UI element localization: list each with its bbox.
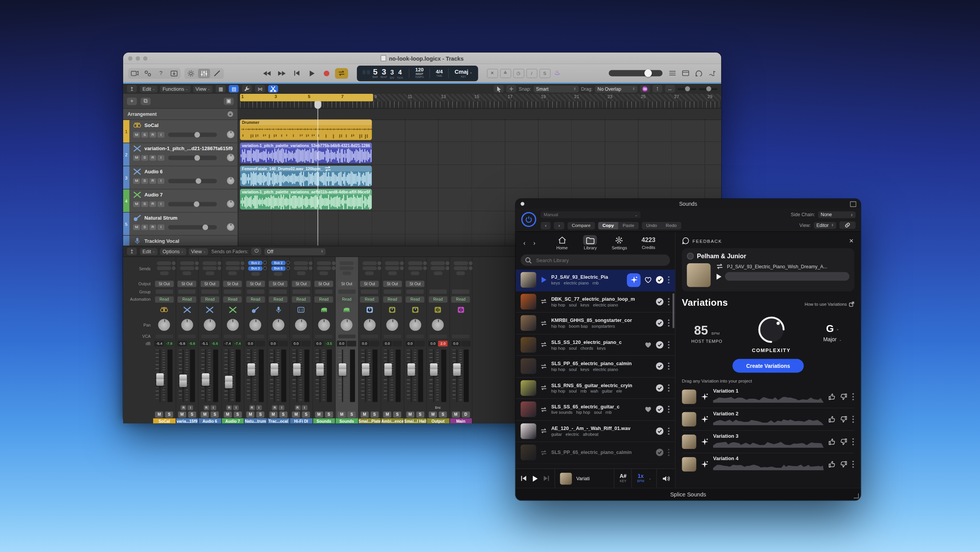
- record-button[interactable]: [320, 68, 333, 79]
- track-m-button[interactable]: M: [133, 178, 140, 184]
- low-latency-icon[interactable]: ≜: [500, 68, 511, 78]
- strip-name[interactable]: Audio 7: [221, 418, 244, 423]
- sound-row-2[interactable]: DBK_SC_77_electric_piano_loop_mhip hopso…: [515, 291, 675, 313]
- mixer-strip-6[interactable]: Bus 2Bus 6St OutRead0.0RIMSTrac...ocal: [267, 257, 290, 423]
- variation-row-3[interactable]: Variation 3: [682, 431, 854, 453]
- strip-s-button[interactable]: S: [188, 411, 196, 417]
- horizontal-zoom-slider[interactable]: [699, 88, 718, 90]
- settings-icon[interactable]: [185, 68, 197, 78]
- crosshair-tool-icon[interactable]: ✛: [506, 85, 516, 92]
- track-i-button[interactable]: I: [157, 178, 164, 184]
- mixer-strip-13[interactable]: Read0.02.0BncMSOutput: [427, 257, 449, 423]
- send-slot[interactable]: [385, 261, 399, 265]
- send-slot[interactable]: [157, 261, 171, 265]
- vca-slot[interactable]: [361, 334, 378, 338]
- track-pan-knob[interactable]: [227, 200, 234, 207]
- arrangement-add-icon[interactable]: +: [228, 111, 233, 117]
- region-2[interactable]: variation-1_pitch_palette_variations_53e…: [240, 142, 372, 163]
- kebab-menu-icon[interactable]: [667, 384, 670, 392]
- send-slot[interactable]: [157, 266, 171, 270]
- complexity-knob[interactable]: [754, 313, 788, 346]
- player-rate[interactable]: 1x BPM: [637, 473, 644, 483]
- strip-s-button[interactable]: S: [393, 411, 401, 417]
- pan-knob[interactable]: [432, 318, 444, 330]
- output-button[interactable]: St Out: [246, 281, 265, 287]
- kebab-menu-icon[interactable]: [667, 427, 670, 435]
- vca-slot[interactable]: [201, 334, 218, 338]
- strip-fader[interactable]: [404, 347, 426, 405]
- plugin-power-button[interactable]: [521, 212, 536, 227]
- undo-button[interactable]: Undo: [642, 222, 661, 229]
- group-slot[interactable]: [384, 289, 401, 293]
- controls-button[interactable]: [142, 68, 154, 78]
- heart-icon[interactable]: [644, 276, 652, 283]
- mixer-toggle-button[interactable]: [198, 68, 210, 78]
- create-variations-button[interactable]: Create Variations: [732, 359, 804, 373]
- track-i-button[interactable]: I: [157, 224, 164, 230]
- vca-slot[interactable]: [155, 334, 173, 338]
- send-slot[interactable]: [362, 266, 377, 270]
- send-slot[interactable]: [294, 261, 308, 265]
- strip-record-button[interactable]: R: [226, 405, 232, 410]
- track-r-button[interactable]: R: [149, 155, 156, 161]
- fader-cap[interactable]: [316, 363, 323, 376]
- strip-input-button[interactable]: I: [233, 405, 239, 410]
- fader-cap[interactable]: [430, 363, 437, 376]
- mixer-strip-5[interactable]: Bus 2Bus 3St OutRead0.0RIMSNatu...trum: [244, 257, 267, 423]
- mixer-strip-14[interactable]: Read0.0MDMain: [450, 257, 473, 423]
- send-knob[interactable]: [263, 266, 267, 270]
- fader-cap[interactable]: [225, 376, 232, 388]
- kebab-menu-icon[interactable]: [667, 319, 670, 327]
- output-button[interactable]: St Out: [177, 281, 196, 287]
- kebab-menu-icon[interactable]: [852, 460, 854, 468]
- thumbs-up-icon[interactable]: [828, 461, 835, 468]
- track-view-icon[interactable]: ▤: [229, 85, 239, 92]
- output-button[interactable]: St Out: [155, 281, 174, 287]
- track-pan-knob[interactable]: [227, 223, 234, 230]
- track-header-5[interactable]: 5Natural StrumMSRI: [123, 213, 237, 236]
- loop-icon[interactable]: [540, 449, 547, 455]
- snap-select[interactable]: Smart⇕: [534, 85, 579, 92]
- mixer-strip-4[interactable]: St OutRead-7.4-7.4RIMSAudio 7: [221, 257, 244, 423]
- strip-s-button[interactable]: S: [257, 411, 265, 417]
- loop-icon[interactable]: [540, 320, 547, 326]
- automation-read-button[interactable]: Read: [292, 296, 311, 302]
- copy-button[interactable]: Copy: [598, 222, 618, 229]
- key-select[interactable]: G⌄: [811, 323, 854, 334]
- strip-name[interactable]: Audio 6: [199, 418, 221, 423]
- lcd-display[interactable]: 5BAR 3BEAT 3DIV 4TICK 120 KEEP TEMPO 4/4…: [357, 65, 478, 81]
- automation-read-button[interactable]: Read: [223, 296, 242, 302]
- mixer-strip-12[interactable]: St OutRead0.0MSSmal...l Hall: [404, 257, 427, 423]
- track-header-4[interactable]: 4Audio 7MSRI: [123, 190, 237, 213]
- strip-m-button[interactable]: M: [292, 411, 300, 417]
- strip-name[interactable]: Smal...l Hall: [404, 418, 426, 423]
- send-slot[interactable]: [180, 266, 194, 270]
- send-slot[interactable]: Bus 2: [248, 261, 263, 265]
- send-slot[interactable]: Bus 6: [271, 266, 286, 271]
- track-stack-button[interactable]: ▣: [224, 97, 234, 105]
- group-slot[interactable]: [155, 289, 173, 293]
- strip-s-button[interactable]: S: [233, 411, 242, 417]
- mixer-strip-2[interactable]: St OutRead-5.8-5.8RIMSvaria...15f9: [176, 257, 199, 423]
- resize-handle[interactable]: [854, 493, 859, 498]
- group-slot[interactable]: [224, 289, 241, 293]
- send-slot[interactable]: [203, 261, 217, 265]
- pan-knob[interactable]: [341, 318, 353, 330]
- nav-back-icon[interactable]: ‹: [520, 239, 528, 246]
- kebab-menu-icon[interactable]: [852, 393, 854, 401]
- media-browser-button[interactable]: [129, 68, 141, 78]
- pan-knob[interactable]: [318, 318, 330, 330]
- automation-read-button[interactable]: Read: [406, 296, 425, 302]
- lcd-tempo[interactable]: 120 KEEP TEMPO: [415, 68, 424, 79]
- automation-read-button[interactable]: Read: [337, 296, 356, 302]
- track-header-1[interactable]: 1SoCalMSRI: [123, 120, 237, 143]
- strip-s-button[interactable]: S: [279, 411, 287, 417]
- send-slot[interactable]: [454, 261, 468, 265]
- thumbs-up-icon[interactable]: [828, 416, 835, 423]
- scrollbar[interactable]: [672, 293, 674, 328]
- thumbs-up-icon[interactable]: [828, 439, 835, 445]
- sound-row-6[interactable]: SLS_RNS_65_guitar_electric_cryinhip hops…: [515, 378, 675, 399]
- fader-cap[interactable]: [384, 363, 392, 376]
- metronome-icon[interactable]: ◷: [513, 68, 524, 78]
- group-slot[interactable]: [406, 289, 424, 293]
